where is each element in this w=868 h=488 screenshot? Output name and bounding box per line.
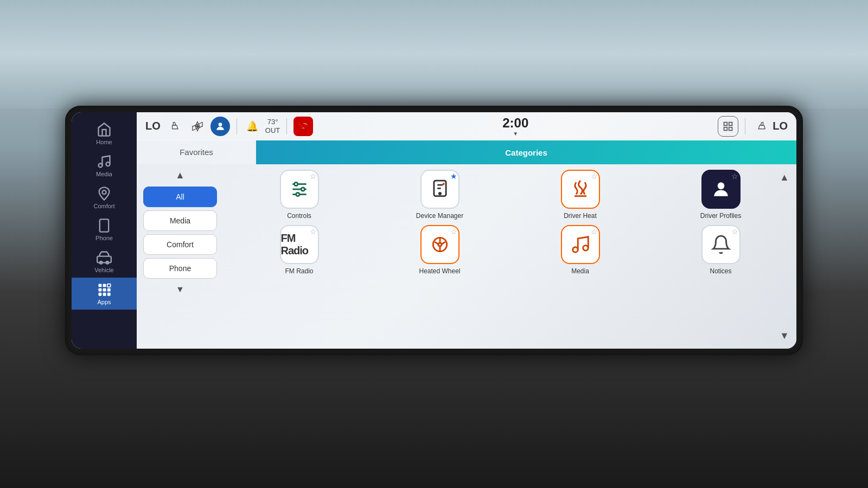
device-manager-star[interactable]: ★	[450, 172, 457, 181]
phone-icon	[97, 218, 112, 233]
fm-radio-star[interactable]: ☆	[310, 227, 317, 236]
app-tile-device-manager[interactable]: ★ Device Manager	[373, 170, 507, 220]
svg-point-1	[106, 162, 110, 166]
divider-1	[237, 118, 237, 134]
notices-label: Notices	[710, 267, 731, 275]
driver-heat-star[interactable]: ☆	[591, 172, 598, 181]
app-tile-controls[interactable]: ☆ Controls	[232, 170, 366, 220]
media-star[interactable]: ☆	[591, 227, 598, 236]
svg-rect-8	[99, 284, 102, 287]
notices-star[interactable]: ☆	[731, 227, 738, 236]
sidebar: Home Media Comfort	[72, 112, 137, 349]
time-chevron[interactable]: ▼	[513, 131, 518, 137]
lo-badge-left: LO	[145, 120, 161, 132]
device-manager-label: Device Manager	[416, 212, 463, 220]
driver-heat-icon-svg	[570, 179, 591, 200]
svg-rect-16	[107, 293, 111, 296]
svg-point-18	[218, 123, 222, 126]
seat-icon-svg	[170, 120, 182, 132]
sidebar-item-media-label: Media	[96, 171, 112, 177]
filter-scroll-up[interactable]: ▲	[143, 170, 217, 181]
windshield	[0, 0, 868, 108]
music-icon	[97, 154, 112, 169]
apps-icon	[97, 282, 112, 297]
driver-heat-label: Driver Heat	[564, 212, 597, 220]
heated-wheel-icon-svg	[430, 234, 450, 255]
tab-categories-label: Categories	[505, 148, 547, 157]
sidebar-item-phone-label: Phone	[95, 235, 113, 241]
app-tile-driver-heat[interactable]: ☆ Driver Heat	[513, 170, 647, 220]
scroll-down-button[interactable]: ▼	[777, 328, 792, 343]
content-area: ▲ All Media Comfort Phone ▼	[137, 164, 796, 349]
sidebar-item-apps[interactable]: Apps	[72, 278, 137, 310]
driver-profiles-star[interactable]: ☆	[731, 172, 738, 181]
filter-sidebar: ▲ All Media Comfort Phone ▼	[137, 164, 224, 349]
controls-star[interactable]: ☆	[310, 172, 317, 181]
screen-bezel: Home Media Comfort	[65, 106, 803, 355]
device-manager-icon-wrapper: ★	[420, 170, 459, 209]
active-profile-icon[interactable]	[210, 117, 230, 136]
tab-favorites[interactable]: Favorites	[137, 140, 256, 164]
right-seat-icon[interactable]	[752, 118, 769, 135]
wifi-icon-svg	[298, 121, 309, 132]
heated-wheel-icon-wrapper: ☆	[420, 225, 459, 264]
svg-rect-19	[724, 122, 727, 125]
svg-point-28	[296, 192, 299, 196]
tab-categories[interactable]: Categories	[256, 140, 796, 164]
sidebar-item-comfort[interactable]: Comfort	[72, 182, 137, 214]
svg-point-37	[583, 246, 588, 251]
controls-icon-svg	[289, 179, 310, 200]
profile-icon-svg	[215, 121, 226, 132]
radio-icon[interactable]	[293, 117, 313, 136]
sidebar-item-phone[interactable]: Phone	[72, 214, 137, 246]
svg-rect-22	[729, 127, 732, 130]
sidebar-item-media[interactable]: Media	[72, 150, 137, 182]
filter-all-button[interactable]: All	[143, 187, 217, 207]
scroll-up-button[interactable]: ▲	[777, 170, 792, 185]
filter-comfort-button[interactable]: Comfort	[143, 234, 217, 255]
svg-point-26	[294, 182, 297, 185]
device-manager-icon-svg	[430, 179, 450, 200]
filter-phone-label: Phone	[169, 264, 191, 273]
svg-rect-20	[729, 122, 732, 125]
filter-media-label: Media	[170, 216, 190, 225]
fm-radio-label: FM Radio	[285, 267, 313, 275]
filter-media-button[interactable]: Media	[143, 210, 217, 231]
heated-wheel-star[interactable]: ☆	[450, 227, 457, 236]
divider-2	[286, 118, 287, 134]
svg-rect-10	[107, 284, 111, 287]
app-tile-media[interactable]: ☆ Media	[513, 225, 647, 275]
main-screen: Home Media Comfort	[72, 112, 796, 349]
clock-display: 2:00	[502, 115, 528, 131]
time-container: 2:00 ▼	[317, 115, 713, 137]
svg-rect-12	[103, 288, 106, 292]
app-tile-fm-radio[interactable]: FM Radio ☆ FM Radio	[232, 225, 366, 275]
notification-bell-icon[interactable]: 🔔	[244, 118, 261, 135]
app-tile-heated-wheel[interactable]: ☆ Heated Wheel	[373, 225, 507, 275]
comfort-icon	[97, 186, 112, 201]
tab-favorites-label: Favorites	[180, 147, 213, 157]
sidebar-item-vehicle[interactable]: Vehicle	[72, 246, 137, 278]
app-tile-notices[interactable]: ☆ Notices	[654, 225, 788, 275]
filter-all-label: All	[176, 192, 184, 201]
svg-rect-9	[103, 284, 106, 287]
fan-icon-svg	[192, 120, 203, 132]
heated-wheel-label: Heated Wheel	[419, 267, 460, 275]
driver-profiles-icon-svg	[711, 179, 731, 200]
temperature-display: 73° OUT	[265, 118, 280, 134]
seat-heat-icon[interactable]	[167, 118, 184, 135]
svg-rect-13	[107, 288, 111, 292]
filter-comfort-label: Comfort	[167, 240, 194, 249]
filter-scroll-down[interactable]: ▼	[170, 282, 190, 297]
filter-phone-button[interactable]: Phone	[143, 258, 217, 279]
svg-point-0	[99, 164, 103, 168]
sidebar-item-home[interactable]: Home	[72, 118, 137, 150]
media-label: Media	[571, 267, 589, 275]
grid-view-button[interactable]	[718, 116, 738, 137]
divider-3	[745, 118, 745, 134]
app-tile-driver-profiles[interactable]: ☆ Driver Profiles	[654, 170, 788, 220]
svg-rect-5	[97, 256, 111, 263]
sidebar-item-apps-label: Apps	[97, 299, 111, 305]
main-content: LO	[137, 112, 796, 349]
fan-icon[interactable]	[189, 118, 206, 135]
